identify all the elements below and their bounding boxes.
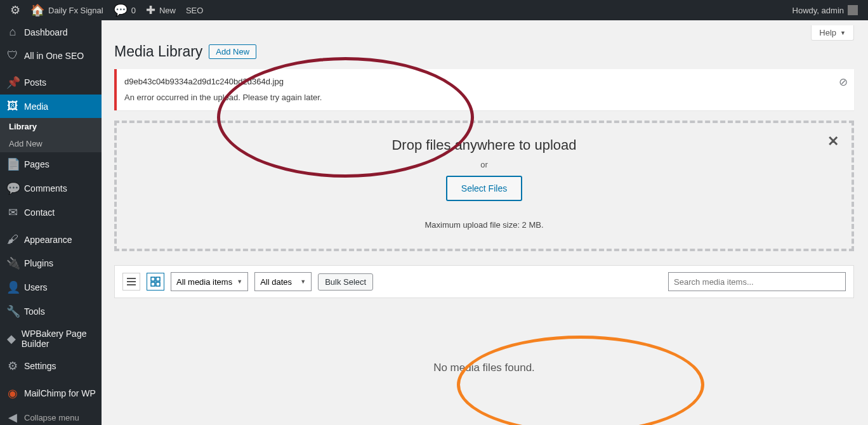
comment-icon: 💬	[114, 4, 128, 16]
menu-posts[interactable]: 📌 Posts	[0, 70, 102, 95]
avatar-icon	[848, 5, 858, 15]
new-label: New	[159, 6, 176, 15]
menu-label: Dashboard	[24, 27, 68, 37]
help-label: Help	[819, 28, 836, 37]
page-title: Media Library	[114, 43, 202, 60]
menu-contact[interactable]: ✉ Contact	[0, 200, 102, 225]
collapse-menu[interactable]: ◀ Collapse menu	[0, 405, 102, 425]
menu-settings[interactable]: ⚙ Settings	[0, 354, 102, 378]
pages-icon: 📄	[6, 157, 19, 171]
menu-label: Users	[24, 282, 48, 292]
list-icon	[126, 277, 136, 287]
menu-appearance[interactable]: 🖌 Appearance	[0, 228, 102, 251]
pin-icon: 📌	[6, 75, 19, 89]
comments-link[interactable]: 💬 0	[109, 0, 141, 20]
svg-rect-1	[127, 281, 136, 282]
media-toolbar: All media items All dates Bulk Select	[114, 265, 854, 298]
submenu-addnew[interactable]: Add New	[0, 135, 102, 152]
shield-icon: 🛡	[6, 49, 19, 62]
brush-icon: 🖌	[6, 233, 19, 246]
admin-bar: ⚙ 🏠 Daily Fx Signal 💬 0 ✚ New SEO Howdy,…	[0, 0, 868, 20]
dashboard-icon: ⌂	[6, 25, 19, 39]
menu-label: Media	[24, 101, 48, 112]
menu-label: All in One SEO	[24, 51, 84, 61]
max-upload-size: Maximum upload file size: 2 MB.	[117, 220, 852, 230]
error-message: An error occurred in the upload. Please …	[124, 93, 322, 102]
close-icon[interactable]: ✕	[827, 133, 839, 150]
view-grid-button[interactable]	[147, 273, 164, 291]
menu-label: Pages	[24, 159, 49, 169]
site-link[interactable]: 🏠 Daily Fx Signal	[25, 0, 109, 20]
main-content: Help ▼ Media Library Add New d9eb43c04b9…	[102, 20, 868, 425]
seo-label: SEO	[186, 6, 203, 15]
mail-icon: ✉	[6, 206, 19, 219]
add-new-button[interactable]: Add New	[209, 44, 256, 59]
search-input[interactable]	[668, 272, 846, 291]
svg-rect-4	[156, 277, 160, 281]
upload-drop-zone[interactable]: ✕ Drop files anywhere to upload or Selec…	[114, 121, 854, 251]
no-media-message: No media files found.	[114, 362, 854, 374]
select-files-button[interactable]: Select Files	[446, 176, 522, 201]
bulk-select-button[interactable]: Bulk Select	[318, 273, 373, 291]
chevron-down-icon: ▼	[840, 30, 846, 36]
menu-aioseo[interactable]: 🛡 All in One SEO	[0, 44, 102, 67]
submenu-media: Library Add New	[0, 118, 102, 152]
error-filename: d9eb43c04b9334a2d9d1c240bd2d364d.jpg	[124, 77, 829, 86]
builder-icon: ◆	[6, 332, 16, 346]
wp-logo[interactable]: ⚙	[5, 0, 25, 20]
seo-link[interactable]: SEO	[181, 0, 208, 20]
menu-label: Appearance	[24, 235, 72, 245]
menu-label: WPBakery Page Builder	[22, 329, 96, 349]
menu-users[interactable]: 👤 Users	[0, 275, 102, 299]
menu-media[interactable]: 🖼 Media	[0, 95, 102, 118]
new-content[interactable]: ✚ New	[141, 0, 181, 20]
howdy-text: Howdy, admin	[792, 6, 844, 15]
svg-rect-5	[151, 282, 155, 286]
upload-error-notice: d9eb43c04b9334a2d9d1c240bd2d364d.jpg An …	[114, 69, 854, 110]
menu-label: Posts	[24, 77, 46, 88]
submenu-library[interactable]: Library	[0, 118, 102, 135]
menu-pages[interactable]: 📄 Pages	[0, 152, 102, 176]
menu-label: Comments	[24, 183, 67, 193]
media-icon: 🖼	[6, 100, 19, 113]
menu-dashboard[interactable]: ⌂ Dashboard	[0, 20, 102, 44]
filter-date-value: All dates	[260, 277, 292, 287]
svg-rect-6	[156, 282, 160, 286]
collapse-icon: ◀	[6, 410, 19, 424]
wordpress-icon: ⚙	[10, 4, 20, 16]
svg-rect-2	[127, 284, 136, 285]
menu-plugins[interactable]: 🔌 Plugins	[0, 251, 102, 275]
svg-rect-3	[151, 277, 155, 281]
dismiss-notice-button[interactable]: ⊘	[839, 75, 848, 89]
annotation-orange-oval	[457, 336, 704, 425]
menu-wpbakery[interactable]: ◆ WPBakery Page Builder	[0, 324, 102, 354]
menu-label: MailChimp for WP	[24, 388, 96, 398]
menu-tools[interactable]: 🔧 Tools	[0, 299, 102, 324]
menu-label: Plugins	[24, 258, 53, 268]
collapse-label: Collapse menu	[24, 413, 79, 422]
drop-title: Drop files anywhere to upload	[117, 137, 852, 154]
account-link[interactable]: Howdy, admin	[787, 0, 863, 20]
view-list-button[interactable]	[122, 273, 140, 291]
filter-media-date[interactable]: All dates	[254, 272, 312, 291]
drop-or: or	[117, 160, 852, 169]
comment-icon: 💬	[6, 181, 19, 195]
grid-icon	[150, 277, 161, 287]
menu-mailchimp[interactable]: ◉ MailChimp for WP	[0, 381, 102, 405]
user-icon: 👤	[6, 280, 19, 294]
settings-icon: ⚙	[6, 359, 19, 373]
plus-icon: ✚	[146, 4, 155, 16]
wrench-icon: 🔧	[6, 304, 19, 318]
home-icon: 🏠	[30, 4, 44, 16]
filter-media-type[interactable]: All media items	[171, 272, 248, 291]
mailchimp-icon: ◉	[6, 386, 19, 400]
menu-label: Contact	[24, 207, 55, 218]
menu-comments[interactable]: 💬 Comments	[0, 176, 102, 200]
menu-label: Tools	[24, 306, 45, 317]
plugin-icon: 🔌	[6, 256, 19, 270]
help-tab[interactable]: Help ▼	[811, 25, 854, 41]
menu-label: Settings	[24, 361, 56, 371]
comments-count: 0	[131, 6, 136, 15]
admin-sidebar: ⌂ Dashboard 🛡 All in One SEO 📌 Posts 🖼 M…	[0, 20, 102, 425]
site-name: Daily Fx Signal	[48, 6, 103, 15]
